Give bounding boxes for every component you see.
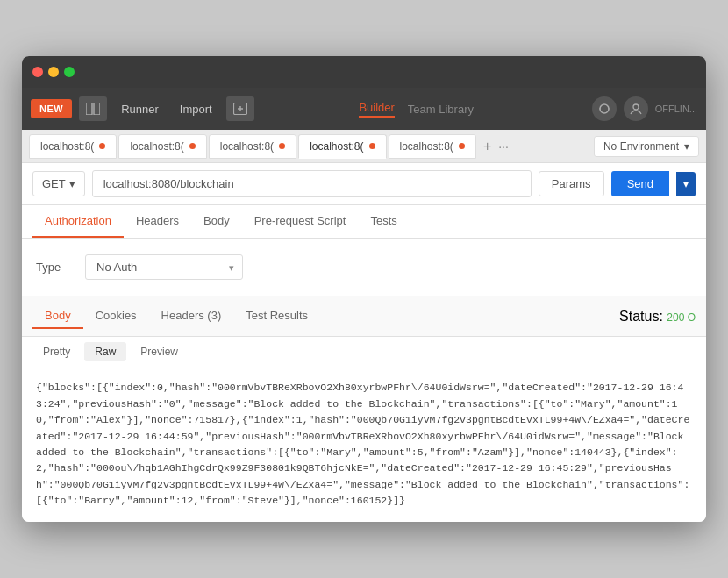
toolbar-center: Builder Team Library xyxy=(261,101,585,118)
tab-authorization[interactable]: Authorization xyxy=(32,205,124,238)
auth-type-label: Type xyxy=(36,260,71,274)
env-chevron-icon: ▾ xyxy=(684,140,689,153)
response-tabs: Body Cookies Headers (3) Test Results xyxy=(32,303,320,329)
resp-tab-headers[interactable]: Headers (3) xyxy=(149,303,234,329)
view-tab-preview[interactable]: Preview xyxy=(130,342,189,361)
user-icon-button[interactable] xyxy=(624,96,648,121)
status-label: Status: xyxy=(619,309,663,324)
tab-label: localhost:8( xyxy=(130,140,183,153)
title-bar xyxy=(22,56,706,88)
auth-dropdown-wrap: No Auth xyxy=(85,254,243,280)
main-toolbar: NEW Runner Import Builder Team Library xyxy=(22,88,706,130)
resp-tab-cookies-label: Cookies xyxy=(96,309,137,322)
layout-icon xyxy=(86,103,100,115)
tab-dot xyxy=(189,143,196,149)
tab-tests[interactable]: Tests xyxy=(358,205,409,238)
resp-tab-body-label: Body xyxy=(45,309,71,322)
tab-label: localhost:8( xyxy=(220,140,274,153)
tab-dot xyxy=(279,143,285,149)
tab-body-label: Body xyxy=(203,214,230,227)
params-button[interactable]: Params xyxy=(539,171,604,196)
method-selector[interactable]: GET ▾ xyxy=(32,171,85,196)
team-library-tab[interactable]: Team Library xyxy=(395,103,487,116)
send-button[interactable]: Send xyxy=(611,171,669,196)
environment-selector[interactable]: No Environment ▾ xyxy=(594,136,699,157)
svg-point-5 xyxy=(633,104,639,110)
view-tab-raw-label: Raw xyxy=(95,346,116,358)
add-tab-button[interactable]: + xyxy=(478,139,496,154)
svg-rect-1 xyxy=(94,103,100,115)
json-output: {"blocks":[{"index":0,"hash":"000rmVbvTB… xyxy=(22,367,706,521)
tab-pre-request[interactable]: Pre-request Script xyxy=(242,205,359,238)
tab-label: localhost:8( xyxy=(40,140,94,153)
view-tabs: Pretty Raw Preview xyxy=(22,337,706,367)
offline-badge: OFFLIN... xyxy=(655,103,697,114)
tab-0[interactable]: localhost:8( xyxy=(29,134,117,159)
tab-4[interactable]: localhost:8( xyxy=(389,134,476,159)
sync-icon xyxy=(598,103,610,115)
resp-tab-test-results-label: Test Results xyxy=(246,309,308,322)
resp-tab-headers-label: Headers (3) xyxy=(161,309,222,322)
close-button[interactable] xyxy=(32,67,43,77)
new-button[interactable]: NEW xyxy=(31,99,72,118)
view-tab-raw[interactable]: Raw xyxy=(84,342,126,361)
env-label: No Environment xyxy=(603,140,679,153)
builder-tab[interactable]: Builder xyxy=(359,101,394,118)
status-area: Status: 200 O xyxy=(619,309,696,325)
request-tabs: Authorization Headers Body Pre-request S… xyxy=(22,205,706,239)
url-input[interactable] xyxy=(92,170,532,197)
svg-rect-0 xyxy=(86,103,92,115)
tab-3[interactable]: localhost:8( xyxy=(298,134,386,159)
tab-headers-label: Headers xyxy=(136,214,179,227)
app-window: NEW Runner Import Builder Team Library xyxy=(22,56,706,521)
tab-label: localhost:8( xyxy=(400,140,453,153)
auth-type-dropdown[interactable]: No Auth xyxy=(85,254,243,280)
tab-label: localhost:8( xyxy=(310,140,363,153)
import-button[interactable]: Import xyxy=(173,98,219,120)
tab-1[interactable]: localhost:8( xyxy=(118,134,206,159)
auth-section: Type No Auth xyxy=(22,239,706,296)
layout-icon-button[interactable] xyxy=(79,96,107,121)
tab-tests-label: Tests xyxy=(370,214,396,227)
env-area: No Environment ▾ xyxy=(594,136,699,157)
toolbar-right: OFFLIN... xyxy=(592,96,697,121)
tab-dot xyxy=(369,143,375,149)
tab-2[interactable]: localhost:8( xyxy=(209,134,296,159)
traffic-lights xyxy=(32,67,75,77)
runner-button[interactable]: Runner xyxy=(114,98,166,120)
tab-bar: localhost:8( localhost:8( localhost:8( l… xyxy=(22,130,706,163)
minimize-button[interactable] xyxy=(48,67,59,77)
tab-pre-request-label: Pre-request Script xyxy=(254,214,346,227)
tab-dot xyxy=(459,143,465,149)
view-tab-preview-label: Preview xyxy=(140,346,178,358)
new-tab-icon xyxy=(233,103,247,115)
send-dropdown-button[interactable]: ▾ xyxy=(676,172,696,196)
maximize-button[interactable] xyxy=(64,67,75,77)
response-header: Body Cookies Headers (3) Test Results St… xyxy=(22,296,706,337)
method-label: GET xyxy=(42,177,66,190)
status-value: 200 O xyxy=(667,311,696,324)
sync-icon-button[interactable] xyxy=(592,96,617,121)
tab-body[interactable]: Body xyxy=(191,205,242,238)
view-tab-pretty[interactable]: Pretty xyxy=(32,342,81,361)
tab-headers[interactable]: Headers xyxy=(124,205,191,238)
tab-authorization-label: Authorization xyxy=(45,214,111,227)
view-tab-pretty-label: Pretty xyxy=(43,346,70,358)
tab-dot xyxy=(99,143,105,149)
method-chevron-icon: ▾ xyxy=(69,177,75,190)
user-icon xyxy=(630,103,642,115)
resp-tab-body[interactable]: Body xyxy=(32,303,83,329)
new-tab-icon-button[interactable] xyxy=(226,96,254,121)
more-tabs-button[interactable]: ··· xyxy=(498,139,509,153)
url-bar: GET ▾ Params Send ▾ xyxy=(22,163,706,205)
resp-tab-cookies[interactable]: Cookies xyxy=(83,303,149,329)
resp-tab-test-results[interactable]: Test Results xyxy=(233,303,320,329)
